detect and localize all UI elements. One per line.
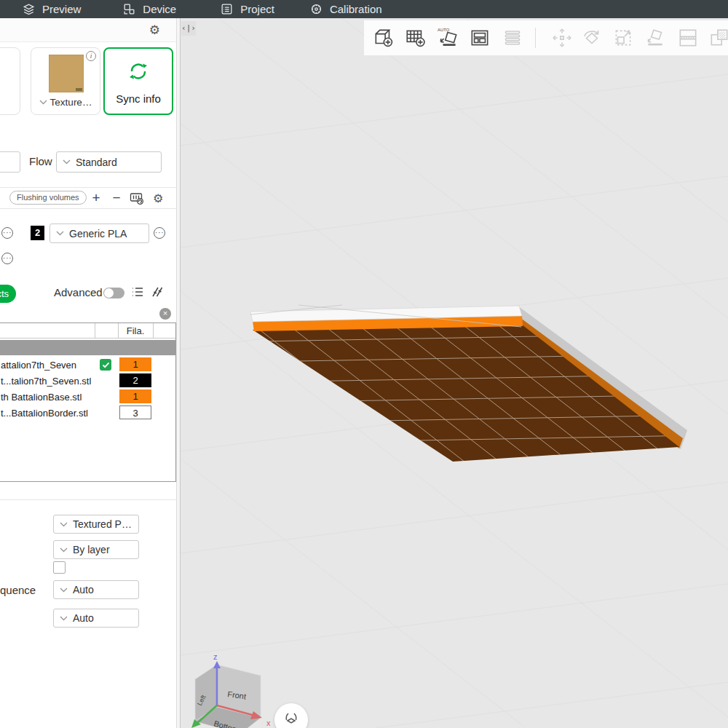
filament-3-menu-icon[interactable]: ··· [1,253,13,264]
chevron-down-icon [60,587,68,593]
object-name: attalion7th_Seven [1,360,76,371]
add-filament-button[interactable]: + [88,190,104,206]
build-plate-card[interactable]: i Texture… [31,47,100,115]
table-row[interactable]: t...talion7th_Seven.stl 2 [0,373,175,389]
filament-assignment-cell[interactable]: 3 [119,405,151,419]
printer-card-partial[interactable] [0,47,20,115]
device-icon [122,2,136,16]
add-plate-icon[interactable] [403,24,429,52]
search-clear-icon[interactable]: × [159,308,171,320]
tab-project-label: Project [240,3,274,15]
table-row[interactable]: attalion7th_Seven 1 [0,357,175,373]
filament-settings-gear-icon[interactable]: ⚙ [153,193,163,205]
split-to-plates-icon[interactable] [675,24,701,52]
project-list-icon [220,2,234,16]
tab-preview[interactable]: Preview [22,2,81,16]
plate-type-label-row: Texture… [31,97,100,108]
table-row[interactable]: t...BattalionBorder.stl 3 [0,405,175,421]
svg-text:AUTO: AUTO [438,28,450,32]
object-name: th BattalionBase.stl [1,392,82,403]
flow-dropdown[interactable]: Standard [56,151,162,173]
tab-project[interactable]: Project [220,2,274,16]
scale-icon[interactable] [610,24,636,52]
filament-material: Generic PLA [69,228,127,240]
advanced-label: Advanced [54,286,103,298]
print-sequence-dropdown[interactable]: Auto [53,580,139,599]
filament-2-color-swatch[interactable]: 2 [31,226,44,240]
chevron-down-icon [60,547,68,553]
rotate-icon[interactable] [579,24,605,52]
preview-layers-icon [22,2,36,16]
top-menu-bar: Preview Device Project Calibration [0,0,728,18]
ams-sync-icon[interactable] [129,191,145,207]
auto-orient-icon[interactable]: AUTO [435,24,462,52]
model-object[interactable] [218,305,711,490]
filament-1-menu-icon[interactable]: ··· [1,227,13,239]
divider [0,499,176,500]
chevron-down-icon [39,100,47,105]
plate-option-checkbox[interactable] [53,561,66,574]
viewport-toolbar: AUTO [364,20,728,55]
checked-checkbox[interactable] [100,359,111,371]
tune-params-icon[interactable] [151,285,164,301]
sidebar-panel: ⚙ i Texture… Sync info Flow Standard [0,18,181,728]
filament-assignment-cell[interactable]: 2 [119,373,151,387]
table-row[interactable]: th BattalionBase.stl 1 [0,389,175,405]
plate-card-label: Texture… [50,97,92,108]
sync-info-label: Sync info [105,92,172,105]
print-sequence-label: quence [0,584,36,596]
remove-filament-button[interactable]: − [108,190,124,206]
viewport-3d[interactable]: Front Left Bottom z x ‹|› [181,18,728,728]
table-header: Fila. [0,323,175,339]
panel-scrollbar[interactable] [176,18,181,728]
flow-label: Flow [29,155,52,167]
chevron-down-icon [60,616,68,621]
sync-icon [105,60,172,82]
plate-type-value: Textured P… [73,518,132,530]
advanced-toggle[interactable] [103,288,124,298]
object-name: t...BattalionBorder.stl [1,408,88,419]
toggle-knob [104,288,114,298]
arrange-icon[interactable] [467,24,493,52]
objects-tab[interactable]: cts [0,285,16,303]
panel-header: ⚙ [0,18,176,42]
list-view-icon[interactable] [131,285,144,301]
toolbar-divider [535,28,536,48]
plate-type-dropdown[interactable]: Textured P… [53,515,139,534]
object-name: t...talion7th_Seven.stl [1,376,91,387]
secondary-value: Auto [73,612,94,624]
secondary-dropdown[interactable]: Auto [53,609,139,628]
panel-collapse-handle[interactable]: ‹|› [181,21,196,36]
flushing-volumes-button[interactable]: Flushing volumes [9,191,87,205]
chevron-down-icon [56,231,64,236]
sync-info-button[interactable]: Sync info [103,47,173,115]
tab-device[interactable]: Device [122,2,176,16]
fit-view-icon [282,709,301,728]
textured-plate-image [49,55,84,92]
filament-type-dropdown[interactable]: Generic PLA [50,223,149,243]
plate-notch [76,88,82,91]
split-to-parts-icon[interactable] [706,24,728,52]
axis-x-label: x [266,719,271,727]
scene-canvas: Front Left Bottom z x [181,18,728,728]
tab-device-label: Device [143,3,176,15]
filament-assignment-cell[interactable]: 1 [119,357,151,371]
navigation-cube[interactable]: Front Left Bottom z x [191,652,271,728]
nozzle-field-partial[interactable] [0,151,20,173]
axis-z-label: z [213,652,218,661]
move-icon[interactable] [549,24,575,52]
object-list-table: Fila. attalion7th_Seven 1 t...talion7th_… [0,323,176,482]
calibration-gear-icon [309,2,323,16]
printer-settings-gear-icon[interactable]: ⚙ [149,24,160,36]
divider [0,208,176,209]
filament-2-menu-icon[interactable]: ··· [154,227,165,239]
divider [0,187,176,188]
layers-icon[interactable] [499,24,526,52]
info-icon[interactable]: i [86,51,96,61]
lay-on-face-icon[interactable] [642,24,668,52]
mode-dropdown[interactable]: By layer [53,540,139,559]
add-object-icon[interactable] [371,24,397,52]
tab-calibration[interactable]: Calibration [309,2,382,16]
selected-plate-row[interactable] [0,340,175,355]
filament-assignment-cell[interactable]: 1 [119,389,151,403]
